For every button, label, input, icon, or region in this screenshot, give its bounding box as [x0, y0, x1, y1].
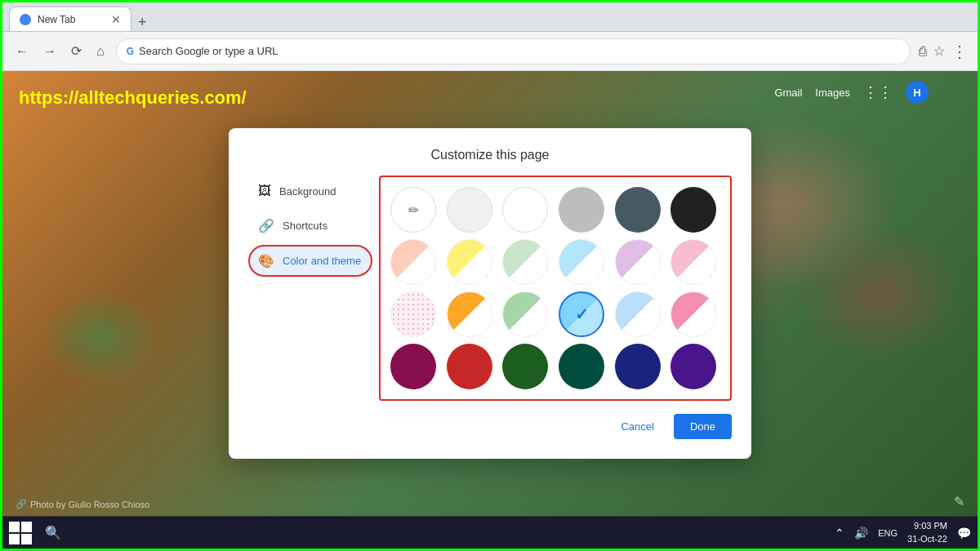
page-content: https://alltechqueries.com/ Gmail Images…: [2, 71, 978, 516]
custom-color-button[interactable]: ✏: [390, 187, 436, 233]
color-forest-green[interactable]: [502, 344, 548, 389]
sidebar-label-background: Background: [279, 185, 336, 198]
dialog-overlay: Customize this page 🖼 Background 🔗 Short…: [2, 71, 978, 516]
color-white[interactable]: [502, 187, 548, 233]
dialog-sidebar: 🖼 Background 🔗 Shortcuts 🎨 Color and the…: [248, 176, 379, 401]
color-pastel-rose[interactable]: [670, 239, 716, 285]
color-dark-gray[interactable]: [615, 187, 661, 233]
color-purple[interactable]: [670, 344, 716, 389]
done-button[interactable]: Done: [674, 414, 732, 439]
browser-frame: New Tab ✕ + ← → ⟳ ⌂ G Search Google or t…: [0, 0, 980, 551]
tab-favicon: [20, 14, 31, 25]
home-button[interactable]: ⌂: [93, 41, 108, 62]
tab-close-button[interactable]: ✕: [111, 13, 121, 26]
sidebar-item-shortcuts[interactable]: 🔗 Shortcuts: [248, 210, 372, 242]
color-theme-icon: 🎨: [258, 253, 274, 269]
new-tab-button[interactable]: +: [135, 14, 150, 31]
taskbar-volume-icon[interactable]: 🔊: [854, 527, 868, 540]
color-pastel-cyan[interactable]: [559, 239, 604, 285]
color-pastel-yellow[interactable]: [447, 239, 492, 285]
color-light-white[interactable]: [447, 187, 492, 233]
sidebar-label-shortcuts: Shortcuts: [283, 220, 327, 232]
back-button[interactable]: ←: [12, 41, 32, 62]
tab-bar: New Tab ✕ +: [2, 2, 978, 32]
windows-icon: [9, 522, 32, 544]
edit-icon: ✏: [408, 202, 419, 218]
taskbar-right: ⌃ 🔊 ENG 9:03 PM 31-Oct-22 💬: [835, 520, 971, 545]
color-dotted-pink[interactable]: [390, 291, 436, 337]
color-section: ✏: [379, 176, 732, 401]
bookmark-icon[interactable]: ☆: [933, 43, 945, 59]
dialog-body: 🖼 Background 🔗 Shortcuts 🎨 Color and the…: [248, 176, 732, 401]
start-button[interactable]: [9, 522, 35, 544]
color-orange[interactable]: [447, 291, 492, 337]
sidebar-item-color-theme[interactable]: 🎨 Color and theme: [248, 245, 372, 277]
more-menu-icon[interactable]: ⋮: [951, 42, 968, 61]
taskbar-lang: ENG: [878, 528, 898, 538]
color-crimson[interactable]: [390, 344, 436, 389]
tab-title: New Tab: [38, 14, 75, 25]
dialog-footer: Cancel Done: [248, 414, 732, 439]
url-box[interactable]: G Search Google or type a URL: [116, 38, 911, 64]
background-icon: 🖼: [258, 184, 271, 198]
url-text: Search Google or type a URL: [139, 45, 900, 57]
active-tab[interactable]: New Tab ✕: [9, 7, 131, 31]
taskbar-chevron-icon[interactable]: ⌃: [835, 527, 844, 540]
taskbar-time-block: 9:03 PM 31-Oct-22: [907, 520, 947, 545]
forward-button[interactable]: →: [40, 41, 60, 62]
color-light-pink[interactable]: [670, 291, 716, 337]
color-light-gray[interactable]: [559, 187, 604, 233]
share-icon[interactable]: ⎙: [919, 44, 927, 59]
taskbar-time: 9:03 PM: [907, 520, 947, 532]
sidebar-item-background[interactable]: 🖼 Background: [248, 176, 372, 207]
color-pastel-lavender[interactable]: [615, 239, 661, 285]
color-pastel-green[interactable]: [502, 239, 548, 285]
toolbar-right: ⎙ ☆ ⋮: [919, 42, 968, 61]
search-button[interactable]: 🔍: [42, 522, 65, 544]
address-bar: ← → ⟳ ⌂ G Search Google or type a URL ⎙ …: [2, 32, 978, 71]
color-grid: ✏: [390, 187, 720, 389]
customize-dialog: Customize this page 🖼 Background 🔗 Short…: [229, 128, 751, 459]
color-red[interactable]: [447, 344, 492, 389]
taskbar: 🔍 ⌃ 🔊 ENG 9:03 PM 31-Oct-22 💬: [2, 516, 978, 549]
color-teal[interactable]: [559, 344, 604, 389]
color-navy[interactable]: [615, 344, 661, 389]
shortcuts-icon: 🔗: [258, 218, 274, 233]
color-black[interactable]: [670, 187, 716, 233]
google-search-icon: G: [127, 46, 134, 57]
taskbar-notification-icon[interactable]: 💬: [957, 527, 971, 540]
color-pastel-pink[interactable]: [390, 239, 436, 285]
color-light-green[interactable]: [502, 291, 548, 337]
reload-button[interactable]: ⟳: [68, 40, 85, 62]
cancel-button[interactable]: Cancel: [608, 414, 666, 439]
dialog-title: Customize this page: [248, 148, 732, 162]
sidebar-label-color-theme: Color and theme: [283, 255, 361, 267]
color-periwinkle[interactable]: [615, 291, 661, 337]
color-sky-blue[interactable]: [559, 291, 604, 337]
taskbar-date: 31-Oct-22: [907, 533, 947, 545]
